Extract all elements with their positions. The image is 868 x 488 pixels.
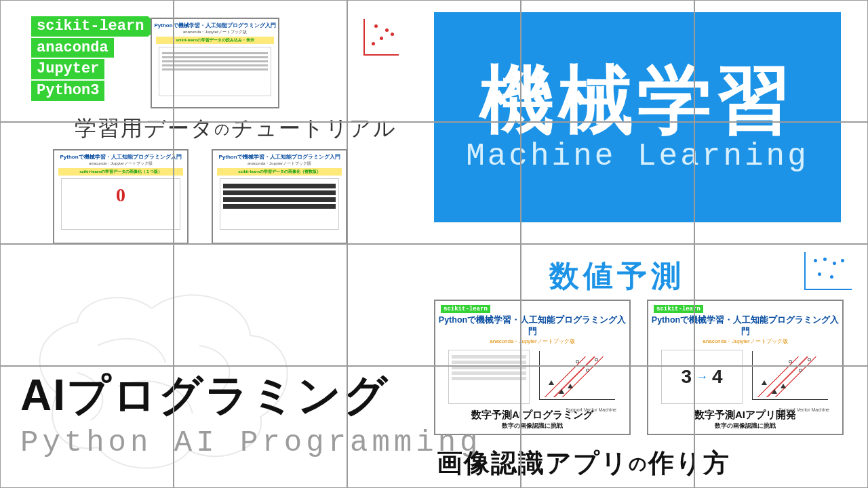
- tutorial-heading-b: チュートリアル: [231, 116, 397, 140]
- ai-programming-subtitle: Python AI Programming: [20, 426, 482, 460]
- tag-python3: Python3: [31, 81, 104, 101]
- thumb-highlight: scikit-learnの学習データの読み込み・表示: [156, 37, 274, 44]
- tag-jupyter: Jupyter: [31, 59, 104, 79]
- thumb-sub: anaconda・Jupyterノートブック版: [213, 161, 346, 167]
- thumbnail-single-image: Pythonで機械学習・人工知能プログラミング入門 anaconda・Jupyt…: [53, 149, 189, 244]
- thumbnail-digit-programming: scikit-learn Pythonで機械学習・人工知能プログラミング入門 a…: [434, 300, 631, 435]
- scatter-icon-blue: [800, 252, 852, 293]
- caption-a: 画像認識アプリ: [437, 449, 629, 477]
- svm-label: Support Vector Machine: [566, 407, 616, 412]
- mini-sub: anaconda・Jupyterノートブック版: [648, 338, 842, 345]
- tutorial-heading-a: 学習用データ: [75, 116, 214, 140]
- thumb-highlight: scikit-learnの学習データの画像化（１つ版）: [58, 168, 183, 176]
- mini-tag: scikit-learn: [654, 305, 703, 313]
- ai-programming-title: AIプログラミング: [20, 366, 389, 425]
- ml-title-jp: 機械学習: [480, 60, 795, 139]
- mini-tag: scikit-learn: [441, 305, 490, 313]
- mini-sub: anaconda・Jupyterノートブック版: [435, 338, 629, 345]
- digit-zero-icon: 0: [64, 182, 177, 205]
- digit-from: 3: [681, 366, 692, 388]
- thumb-highlight: scikit-learnの学習データの画像化（複数版）: [217, 168, 342, 176]
- tutorial-heading: 学習用データのチュートリアル: [75, 114, 397, 144]
- tag-scikit-learn: scikit-learn: [31, 16, 148, 37]
- tech-tag-stack: scikit-learn anaconda Jupyter Python3: [31, 16, 148, 101]
- mini-notebook-icon: [448, 350, 530, 404]
- thumb-sub: anaconda・Jupyterノートブック版: [152, 29, 278, 35]
- ml-title-en: Machine Learning: [466, 139, 809, 174]
- arrow-right-icon: →: [696, 370, 708, 384]
- machine-learning-panel: 機械学習 Machine Learning: [434, 12, 841, 222]
- svm-chart-icon: Support Vector Machine: [748, 350, 829, 404]
- thumbnail-load-data: Pythonで機械学習・人工知能プログラミング入門 anaconda・Jupyt…: [151, 18, 279, 108]
- mini-title: Pythonで機械学習・人工知能プログラミング入門: [648, 314, 842, 338]
- scatter-icon: [359, 19, 399, 58]
- image-recognition-caption: 画像認識アプリの作り方: [437, 446, 730, 481]
- svm-label: Support Vector Machine: [778, 407, 829, 412]
- thumb-title: Pythonで機械学習・人工知能プログラミング入門: [213, 150, 346, 161]
- tutorial-heading-no: の: [214, 121, 231, 138]
- svm-chart-icon: Support Vector Machine: [535, 350, 616, 404]
- thumbnail-digit-app: scikit-learn Pythonで機械学習・人工知能プログラミング入門 a…: [647, 300, 844, 435]
- numeric-prediction-heading: 数値予測: [549, 256, 685, 296]
- digits-3-to-4-icon: 3 → 4: [661, 350, 743, 404]
- thumbnail-multi-image: Pythonで機械学習・人工知能プログラミング入門 anaconda・Jupyt…: [212, 149, 347, 244]
- caption-b: 作り方: [648, 449, 730, 477]
- caption-no: の: [629, 453, 648, 474]
- digit-to: 4: [712, 366, 723, 388]
- thumb-title: Pythonで機械学習・人工知能プログラミング入門: [54, 150, 187, 161]
- mini-title: Pythonで機械学習・人工知能プログラミング入門: [435, 314, 629, 338]
- thumb-title: Pythonで機械学習・人工知能プログラミング入門: [152, 19, 278, 29]
- mini-footer2: 数字の画像認識に挑戦: [648, 422, 842, 430]
- tag-anaconda: anaconda: [31, 38, 114, 58]
- thumb-sub: anaconda・Jupyterノートブック版: [54, 161, 187, 167]
